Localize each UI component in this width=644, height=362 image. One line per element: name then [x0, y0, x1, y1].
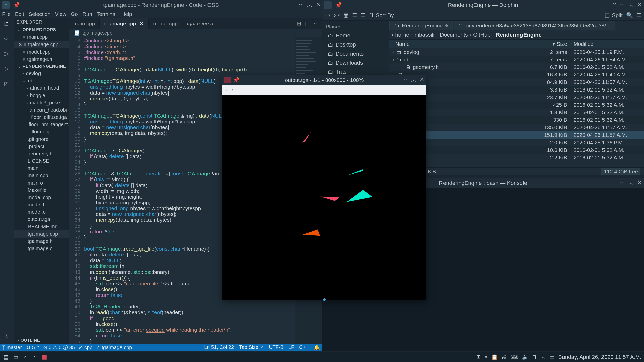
tree-item[interactable]: african_head.obj — [14, 106, 69, 114]
breadcrumb-segment[interactable]: home — [395, 32, 409, 38]
printer-icon[interactable]: 🖨 — [501, 354, 507, 360]
settings-gear-icon[interactable] — [4, 333, 11, 340]
tree-item[interactable]: README.md — [14, 223, 69, 230]
image-canvas[interactable] — [222, 95, 426, 300]
forward-history-icon[interactable]: ▾ — [338, 13, 340, 18]
breadcrumb-segment[interactable]: RenderingEngine — [496, 32, 542, 38]
place-item[interactable]: 🗀Downloads — [322, 58, 389, 67]
file-row[interactable]: 🗎ga 151.9 KiB 2020-04-26 11:57 A.M. — [389, 131, 644, 139]
tree-item[interactable]: ›boggie — [14, 92, 69, 99]
keyboard-icon[interactable]: ⌨ — [510, 354, 518, 360]
split-editor-icon[interactable]: ◫ — [305, 20, 310, 27]
close-button[interactable]: ✕ — [637, 1, 642, 9]
vscode-menubar[interactable]: FileEditSelectionViewGoRunTerminalHelp — [0, 10, 322, 18]
minimize-button[interactable]: ﹀ — [619, 179, 625, 187]
tree-item[interactable]: .project — [14, 143, 69, 150]
file-row[interactable]: 🗎 425 B 2016-02-01 5:32 A.M. — [389, 101, 644, 109]
tree-item[interactable]: main.o — [14, 179, 69, 187]
chevron-up-icon[interactable]: ︿ — [540, 353, 546, 361]
menu-file[interactable]: File — [2, 11, 11, 17]
open-editor-item[interactable]: tgaimage.h — [14, 56, 69, 63]
editor-tab[interactable]: tgaimage.h — [182, 18, 218, 29]
prev-image-icon[interactable]: ‹ — [225, 86, 227, 93]
open-editor-item[interactable]: model.cpp — [14, 48, 69, 56]
git-branch[interactable]: ᛘ master — [2, 345, 22, 350]
menu-go[interactable]: Go — [71, 11, 78, 17]
pin-icon[interactable]: 📌 — [233, 77, 240, 83]
tree-item[interactable]: Makefile — [14, 187, 69, 194]
breadcrumb[interactable]: ›home›mbassili›Documents›GitHub›Renderin… — [389, 30, 644, 40]
compact-view-icon[interactable]: ☰ — [352, 12, 357, 19]
search-icon[interactable]: 🔍 — [626, 12, 633, 19]
tree-item[interactable]: main.cpp — [14, 172, 69, 179]
run-debug-icon[interactable] — [4, 66, 11, 73]
taskbar-nav-left-icon[interactable]: ‹ — [22, 354, 29, 361]
back-button[interactable]: ‹ — [325, 12, 326, 19]
taskbar-app-icon[interactable]: ▣ — [41, 354, 48, 361]
tree-item[interactable]: tgaimage.o — [14, 245, 69, 252]
compare-changes-icon[interactable]: ⊞ — [297, 20, 301, 27]
maximize-button[interactable]: ︿ — [628, 179, 634, 187]
outline-section[interactable]: ›OUTLINE — [14, 337, 69, 344]
back-history-icon[interactable]: ▾ — [328, 13, 330, 18]
pin-icon[interactable]: 📌 — [13, 2, 20, 8]
close-tab-icon[interactable]: ✕ — [139, 21, 144, 27]
split-button[interactable]: ◫ Split — [605, 12, 623, 19]
close-button[interactable]: ✕ — [316, 1, 320, 9]
file-row[interactable]: 🗎pp 1.3 KiB 2016-02-01 5:32 A.M. — [389, 109, 644, 116]
tray-icon[interactable]: ⊞ — [476, 354, 481, 360]
breadcrumb-segment[interactable]: GitHub — [473, 32, 490, 38]
menu-view[interactable]: View — [55, 11, 66, 17]
file-row[interactable]: 🗎 3.3 KiB 2016-02-01 5:32 A.M. — [389, 86, 644, 94]
maximize-button[interactable]: ︿ — [411, 76, 417, 84]
tree-item[interactable]: tgaimage.cpp — [14, 230, 69, 238]
notifications-icon[interactable]: ▭ — [549, 354, 555, 360]
clipboard-icon[interactable]: 📋 — [491, 354, 498, 360]
file-chip[interactable]: ✓ tgaimage.cpp — [96, 344, 132, 350]
cursor-pos[interactable]: Ln 51, Col 22 — [204, 344, 234, 350]
lang-chip[interactable]: ✓ cpp — [78, 344, 92, 350]
file-row[interactable]: 🗎geometry.h 6.7 KiB 2016-02-01 5:32 A.M. — [389, 63, 644, 71]
menu-help[interactable]: Help — [121, 11, 132, 17]
place-item[interactable]: 🗀Trash — [322, 67, 389, 76]
editor-tab[interactable]: tgaimage.cpp✕ — [100, 18, 149, 29]
file-row[interactable]: 🗎.md 2.0 KiB 2020-04-25 1:36 P.M. — [389, 139, 644, 146]
tree-item[interactable]: geometry.h — [14, 150, 69, 157]
forward-button[interactable]: › — [334, 12, 336, 19]
tree-item[interactable]: model.h — [14, 201, 69, 208]
maximize-button[interactable]: ︿ — [307, 1, 312, 9]
git-sync[interactable]: 0↓ 5↑* — [25, 345, 39, 350]
project-section[interactable]: ⌄RENDERINGENGINE — [14, 63, 69, 70]
chevron-right-icon[interactable]: › — [393, 57, 394, 62]
icons-view-icon[interactable]: ▦ — [343, 12, 349, 19]
maximize-button[interactable]: ︿ — [628, 1, 634, 9]
menu-run[interactable]: Run — [83, 11, 92, 17]
tree-item[interactable]: model.o — [14, 208, 69, 216]
encoding[interactable]: UTF-8 — [269, 344, 283, 350]
tree-item[interactable]: floor.obj — [14, 128, 69, 135]
tree-item[interactable]: ⌄obj — [14, 77, 69, 84]
show-desktop-icon[interactable]: ▭ — [12, 354, 19, 361]
more-actions-icon[interactable]: ⋯ — [313, 20, 319, 27]
tree-item[interactable]: LICENSE — [14, 157, 69, 165]
source-control-icon[interactable] — [4, 51, 11, 58]
details-view-icon[interactable]: ☲ — [361, 12, 366, 19]
tree-item[interactable]: tgaimage.h — [14, 238, 69, 245]
help-button[interactable]: ? — [613, 1, 616, 9]
next-image-icon[interactable]: › — [231, 86, 233, 93]
clock[interactable]: Sunday, April 26, 2020 11:57 A.M. — [558, 354, 641, 360]
location-tab[interactable]: 🗀RenderingEngine — [389, 21, 453, 30]
open-editor-item[interactable]: ✕tgaimage.cpp — [14, 41, 69, 48]
tree-item[interactable]: ›diablo3_pose — [14, 99, 69, 106]
tree-item[interactable]: ›african_head — [14, 84, 69, 92]
notifications-bell-icon[interactable]: 🔔 — [314, 344, 320, 350]
file-row[interactable]: ›🗀obj 7 items 2020-04-26 11:54 A.M. — [389, 56, 644, 63]
tree-item[interactable]: .gitignore — [14, 135, 69, 143]
minimize-button[interactable]: ﹀ — [298, 1, 303, 9]
file-row[interactable]: 🗎 16.3 KiB 2020-04-25 11:40 A.M. — [389, 71, 644, 78]
network-icon[interactable]: ⇅ — [532, 354, 537, 360]
file-list-header[interactable]: Name ▾ Size Modified — [389, 40, 644, 48]
pin-icon[interactable]: 📌 — [335, 2, 342, 8]
gwenview-titlebar[interactable]: 📌 output.tga - 1/1 - 800x800 - 100% ﹀ ︿ … — [222, 75, 426, 85]
problems[interactable]: ⊘ 0 ⚠ 0 ⓘ 35 — [43, 344, 75, 351]
